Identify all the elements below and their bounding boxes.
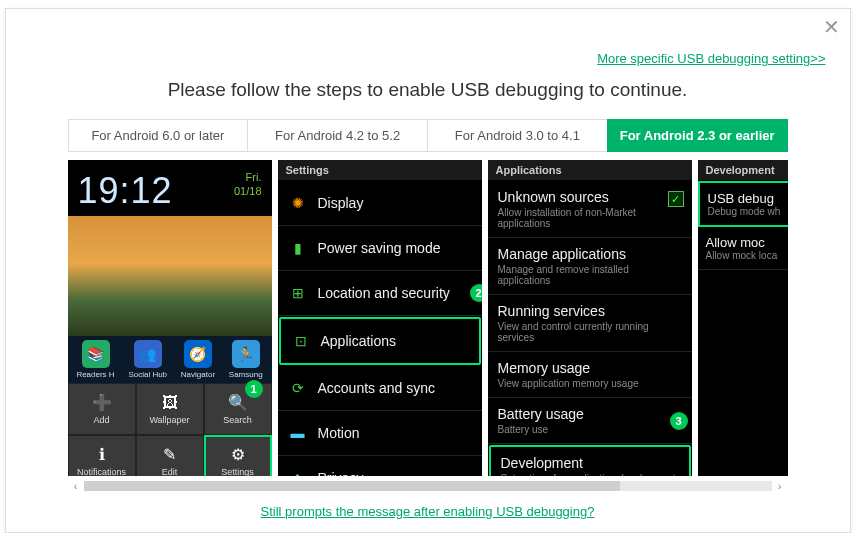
settings-item-label: Motion (318, 425, 360, 441)
settings-item: ▬ Motion (278, 411, 482, 456)
dev-item-subtitle: Allow mock loca (706, 250, 784, 261)
date-label: 01/18 (234, 184, 262, 198)
usb-debug-modal: ✕ More specific USB debugging setting>> … (5, 8, 851, 533)
horizontal-scrollbar[interactable]: ‹ › (68, 478, 788, 494)
app-item-subtitle: View application memory usage (498, 378, 639, 389)
app-item-title: Manage applications (498, 246, 626, 262)
settings-item: ⊡ Applications (279, 317, 481, 365)
options-menu: ➕ Add 🖼 Wallpaper 1 🔍 Search ℹ Notificat… (68, 383, 272, 476)
app-icon: 📚 (82, 340, 110, 368)
app-item-title: Memory usage (498, 360, 591, 376)
menu-add: ➕ Add (68, 383, 136, 435)
close-icon[interactable]: ✕ (823, 17, 840, 37)
app-item-subtitle: Allow installation of non-Market applica… (498, 207, 682, 229)
settings-item-icon: ◆ (288, 468, 308, 476)
applications-item: Running services View and control curren… (488, 295, 692, 352)
settings-item-label: Power saving mode (318, 240, 441, 256)
development-item: USB debug Debug mode wh (698, 181, 788, 227)
tab-android-23[interactable]: For Android 2.3 or earlier (607, 119, 788, 152)
checkbox-icon: ✓ (668, 191, 684, 207)
tab-android-42[interactable]: For Android 4.2 to 5.2 (247, 119, 428, 152)
settings-item-icon: ▬ (288, 423, 308, 443)
scroll-left-icon[interactable]: ‹ (68, 480, 84, 492)
dev-item-title: Allow moc (706, 235, 784, 250)
wallpaper-icon: 🖼 (162, 394, 178, 412)
settings-icon: ⚙ (231, 445, 245, 464)
menu-label: Add (93, 415, 109, 425)
scroll-thumb[interactable] (84, 481, 621, 491)
app-label: Social Hub (128, 370, 167, 379)
day-label: Fri. (234, 170, 262, 184)
troubleshoot-link-row: Still prompts the message after enabling… (6, 504, 850, 519)
app-item-title: Battery usage (498, 406, 584, 422)
dev-item-title: USB debug (708, 191, 782, 206)
more-settings-link[interactable]: More specific USB debugging setting>> (597, 51, 825, 66)
menu-label: Wallpaper (149, 415, 189, 425)
scroll-track[interactable] (84, 481, 772, 491)
search-icon: 🔍 (228, 393, 248, 412)
settings-item-label: Accounts and sync (318, 380, 436, 396)
app-label: Samsung (229, 370, 263, 379)
app-icon: 🏃 (232, 340, 260, 368)
settings-item-icon: ▮ (288, 238, 308, 258)
settings-item: ⊞ Location and security 2 (278, 271, 482, 316)
menu-settings: ⚙ Settings (204, 435, 272, 476)
instruction-panels[interactable]: 19:12 Fri. 01/18 📚 Readers H 👥 Social Hu… (68, 160, 788, 476)
android-version-tabs: For Android 6.0 or later For Android 4.2… (68, 119, 788, 152)
menu-search: 1 🔍 Search (204, 383, 272, 435)
screenshot-development: Development USB debug Debug mode wh Allo… (698, 160, 788, 476)
notifications-icon: ℹ (99, 445, 105, 464)
applications-item: Unknown sources Allow installation of no… (488, 181, 692, 238)
add-icon: ➕ (92, 393, 112, 412)
app-icon: 👥 (134, 340, 162, 368)
menu-label: Notifications (77, 467, 126, 476)
step-badge: 1 (245, 380, 263, 398)
app-item-title: Development (501, 455, 584, 471)
still-prompts-link[interactable]: Still prompts the message after enabling… (261, 504, 595, 519)
wallpaper (68, 216, 272, 336)
menu-label: Search (223, 415, 252, 425)
screenshot-settings: Settings ✺ Display ▮ Power saving mode ⊞… (278, 160, 482, 476)
settings-item-icon: ⊡ (291, 331, 311, 351)
app-item-subtitle: View and control currently running servi… (498, 321, 682, 343)
screenshot-applications: Applications Unknown sources Allow insta… (488, 160, 692, 476)
settings-item-label: Applications (321, 333, 397, 349)
step-badge: 2 (470, 284, 482, 302)
dock-app: 📚 Readers H (76, 340, 114, 379)
settings-item-label: Privacy (318, 470, 364, 476)
app-label: Navigator (181, 370, 215, 379)
menu-label: Edit (162, 467, 178, 476)
menu-label: Settings (221, 467, 254, 476)
app-icon: 🧭 (184, 340, 212, 368)
menu-wallpaper: 🖼 Wallpaper (136, 383, 204, 435)
settings-item: ⟳ Accounts and sync (278, 366, 482, 411)
dock-app: 🧭 Navigator (181, 340, 215, 379)
screenshot-home: 19:12 Fri. 01/18 📚 Readers H 👥 Social Hu… (68, 160, 272, 476)
settings-item: ▮ Power saving mode (278, 226, 482, 271)
development-item: Allow moc Allow mock loca (698, 227, 788, 270)
development-header: Development (698, 160, 788, 181)
dock-app: 👥 Social Hub (128, 340, 167, 379)
app-item-title: Unknown sources (498, 189, 609, 205)
tab-android-6[interactable]: For Android 6.0 or later (68, 119, 249, 152)
tab-android-30[interactable]: For Android 3.0 to 4.1 (427, 119, 608, 152)
menu-edit: ✎ Edit (136, 435, 204, 476)
scroll-right-icon[interactable]: › (772, 480, 788, 492)
app-label: Readers H (76, 370, 114, 379)
modal-heading: Please follow the steps to enable USB de… (6, 79, 850, 101)
settings-item-icon: ⟳ (288, 378, 308, 398)
settings-item: ✺ Display (278, 181, 482, 226)
settings-item-icon: ✺ (288, 193, 308, 213)
settings-item-label: Display (318, 195, 364, 211)
app-item-subtitle: Battery use (498, 424, 549, 435)
step-badge: 3 (670, 412, 688, 430)
app-item-title: Running services (498, 303, 605, 319)
dev-item-subtitle: Debug mode wh (708, 206, 782, 217)
settings-item-icon: ⊞ (288, 283, 308, 303)
menu-notifications: ℹ Notifications (68, 435, 136, 476)
settings-item: ◆ Privacy (278, 456, 482, 476)
dock-app: 🏃 Samsung (229, 340, 263, 379)
applications-item: Battery usage Battery use 3 (488, 398, 692, 444)
settings-item-label: Location and security (318, 285, 450, 301)
applications-header: Applications (488, 160, 692, 181)
